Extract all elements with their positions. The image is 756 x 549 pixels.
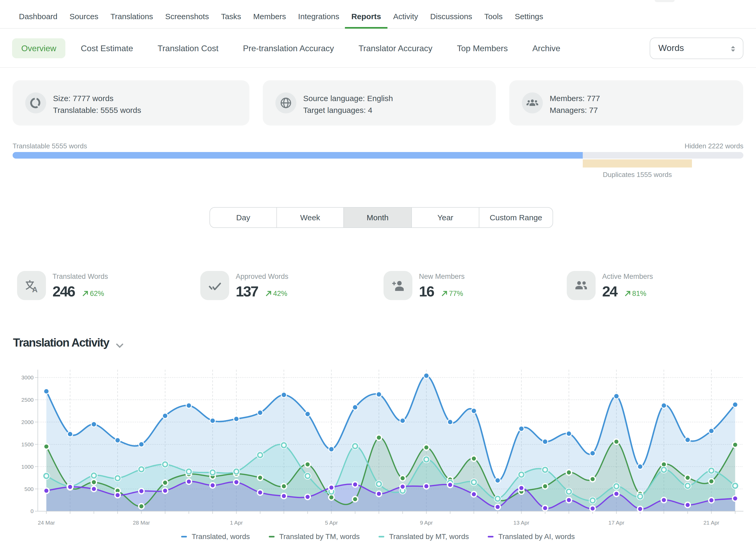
svg-text:1 Apr: 1 Apr: [230, 520, 243, 526]
svg-text:21 Apr: 21 Apr: [703, 520, 720, 526]
svg-text:A: A: [32, 285, 38, 293]
svg-text:17 Apr: 17 Apr: [608, 520, 624, 526]
svg-text:9 Apr: 9 Apr: [420, 520, 433, 526]
svg-text:1500: 1500: [21, 441, 34, 447]
svg-text:500: 500: [24, 486, 34, 492]
svg-text:0: 0: [30, 508, 34, 514]
svg-text:2000: 2000: [21, 419, 34, 425]
svg-text:24 Mar: 24 Mar: [38, 520, 55, 526]
svg-text:1000: 1000: [21, 464, 34, 470]
svg-text:28 Mar: 28 Mar: [133, 520, 150, 526]
svg-text:13 Apr: 13 Apr: [513, 520, 529, 526]
svg-text:5 Apr: 5 Apr: [325, 520, 338, 526]
svg-text:2500: 2500: [21, 397, 34, 403]
svg-text:3000: 3000: [21, 374, 34, 380]
